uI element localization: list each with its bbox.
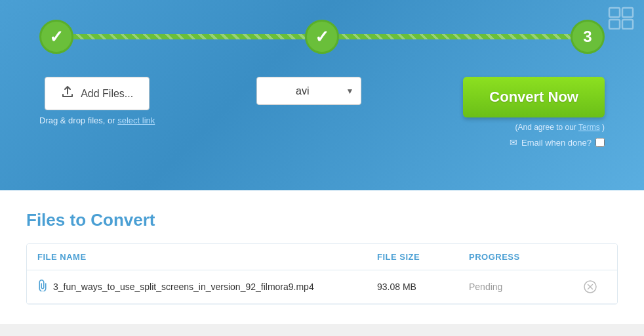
remove-cell bbox=[574, 280, 607, 293]
header-filesize: FILE SIZE bbox=[377, 252, 469, 262]
table-header: FILE NAME FILE SIZE PROGRESS bbox=[27, 244, 617, 270]
format-select-section: avi mp4 mkv mov wmv flv webm bbox=[256, 77, 361, 105]
add-files-section: Add Files... Drag & drop files, or selec… bbox=[39, 77, 155, 125]
files-title: Files to Convert bbox=[26, 210, 618, 230]
email-row: ✉ Email when done? bbox=[510, 137, 605, 148]
step-1-circle: ✓ bbox=[39, 20, 73, 54]
terms-link[interactable]: Terms bbox=[578, 123, 600, 132]
step-3-number: 3 bbox=[583, 28, 592, 46]
paperclip-icon bbox=[37, 280, 47, 294]
header-progress: PROGRESS bbox=[469, 252, 574, 262]
svg-rect-2 bbox=[609, 20, 620, 29]
format-select[interactable]: avi mp4 mkv mov wmv flv webm bbox=[256, 77, 361, 105]
progress-cell: Pending bbox=[469, 282, 574, 292]
email-checkbox[interactable] bbox=[595, 138, 605, 147]
select-link[interactable]: select link bbox=[117, 116, 155, 125]
svg-rect-3 bbox=[622, 20, 633, 29]
step-line-1 bbox=[73, 34, 305, 39]
controls-row: Add Files... Drag & drop files, or selec… bbox=[39, 77, 605, 148]
step-2-checkmark: ✓ bbox=[315, 27, 329, 47]
add-files-label: Add Files... bbox=[81, 88, 133, 100]
top-right-icon bbox=[608, 7, 634, 34]
table-row: 3_fun_ways_to_use_split_screens_in_versi… bbox=[27, 270, 617, 304]
upload-icon bbox=[61, 85, 74, 102]
steps-progress: ✓ ✓ 3 bbox=[39, 20, 605, 54]
files-table: FILE NAME FILE SIZE PROGRESS 3_fun_ways_… bbox=[26, 243, 618, 304]
bottom-section: Files to Convert FILE NAME FILE SIZE PRO… bbox=[0, 190, 644, 324]
top-section: ✓ ✓ 3 Add Files... Drag & dro bbox=[0, 0, 644, 190]
format-select-wrapper: avi mp4 mkv mov wmv flv webm bbox=[256, 77, 361, 105]
file-name-cell: 3_fun_ways_to_use_split_screens_in_versi… bbox=[37, 280, 377, 294]
svg-rect-1 bbox=[622, 8, 633, 17]
file-name: 3_fun_ways_to_use_split_screens_in_versi… bbox=[53, 282, 314, 292]
file-size-cell: 93.08 MB bbox=[377, 282, 469, 292]
svg-rect-0 bbox=[609, 8, 620, 17]
drag-drop-text: Drag & drop files, or select link bbox=[39, 116, 155, 125]
add-files-button[interactable]: Add Files... bbox=[45, 77, 150, 110]
remove-file-button[interactable] bbox=[584, 280, 597, 293]
email-icon: ✉ bbox=[510, 137, 517, 148]
step-line-2 bbox=[339, 34, 571, 39]
step-3-circle: 3 bbox=[571, 20, 605, 54]
step-1-checkmark: ✓ bbox=[49, 27, 64, 47]
step-2-circle: ✓ bbox=[305, 20, 339, 54]
terms-text: (And agree to our Terms ) bbox=[515, 123, 605, 132]
convert-section: Convert Now (And agree to our Terms ) ✉ … bbox=[463, 77, 605, 148]
header-actions bbox=[574, 252, 607, 262]
header-filename: FILE NAME bbox=[37, 252, 377, 262]
convert-now-button[interactable]: Convert Now bbox=[463, 77, 605, 117]
email-label: Email when done? bbox=[521, 138, 592, 148]
